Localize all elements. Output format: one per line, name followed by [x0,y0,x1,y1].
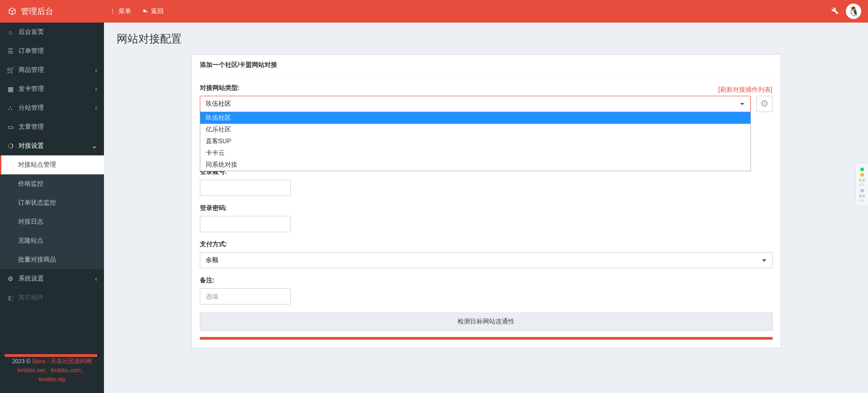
sidebar-sub-order-status[interactable]: 订单状态监控 [0,193,104,212]
sidebar-sub-label: 克隆站点 [18,237,43,245]
status-dot-green [860,168,864,171]
sidebar-scrollbar[interactable] [5,354,99,357]
sidebar-item-label: 后台首页 [19,28,44,36]
sidebar-item-label: 分站管理 [19,104,44,112]
wrench-icon[interactable] [831,7,839,16]
refresh-plugins-link[interactable]: [刷新对接插件列表] [718,86,773,94]
footer-link-2[interactable]: timibbs.net、timibbs.com、 [17,367,86,374]
card-header: 添加一个社区/卡盟网站对接 [192,55,781,76]
sidebar-item-label: 商品管理 [19,66,44,74]
cart-icon: 🛒 [7,66,14,74]
sidebar-item-label: 对接设置 [19,142,44,150]
sidebar-submenu: 对接站点管理 价格监控 订单状态监控 对接日志 克隆站点 批 [0,155,104,269]
svg-point-1 [764,102,764,102]
sidebar-sub-price-monitor[interactable]: 价格监控 [0,174,104,193]
account-input[interactable] [200,180,291,196]
sidebar-item-cards[interactable]: ▦ 发卡管理 ‹ [0,80,104,98]
field-account: 登录账号: [200,168,773,196]
remark-label: 备注: [200,276,773,285]
sidebar-item-other[interactable]: ◧ 其它组件 [0,288,104,307]
list-icon: ☰ [7,47,14,55]
grid-icon: ▦ [7,85,14,93]
cube-icon [8,7,16,15]
sidebar-item-branches[interactable]: ⛬ 分站管理 ‹ [0,98,104,117]
footer-year: 2023 © [12,358,32,365]
sidebar-item-home[interactable]: ⌂ 后台首页 [0,23,104,42]
home-icon: ⌂ [7,28,14,36]
sidebar-sub-clone-site[interactable]: 克隆站点 [0,231,104,250]
chevron-left-icon: ‹ [95,85,97,93]
sidebar-footer: 2023 © Skins - 天美社区源码网 timibbs.net、timib… [0,352,104,393]
sidebar-item-products[interactable]: 🛒 商品管理 ‹ [0,61,104,80]
back-label: 返回 [151,7,164,15]
chevron-left-icon: ‹ [95,66,97,74]
chevron-left-icon: ‹ [95,104,97,112]
topbar-right: 🐧 [831,4,868,19]
sidebar-sub-label: 对接日志 [18,218,43,226]
sidebar-sub-integration-log[interactable]: 对接日志 [0,212,104,231]
menu-toggle[interactable]: ⋮ 菜单 [109,7,131,15]
svg-rect-2 [764,103,764,105]
field-password: 登录密码: [200,204,773,232]
dropdown-option[interactable]: 同系统对接 [200,159,750,171]
sidebar-item-label: 其它组件 [19,294,44,302]
info-icon [761,100,768,108]
dropdown-option[interactable]: 卡卡云 [200,147,750,159]
sidebar-sub-label: 订单状态监控 [18,199,56,207]
test-connection-button[interactable]: 检测目标网站连通性 [200,313,773,331]
penguin-icon: 🐧 [848,6,859,17]
site-type-info-button[interactable] [756,96,773,112]
dropdown-option[interactable]: 玖伍社区 [200,112,750,124]
sidebar-sub-site-manage[interactable]: 对接站点管理 [0,155,104,174]
topbar: 管理后台 ⋮ 菜单 返回 🐧 [0,0,868,23]
upload-unit: K/s [856,183,868,187]
reply-icon [142,8,148,15]
site-type-dropdown: 玖伍社区 亿乐社区 直客SUP 卡卡云 同系统对接 [200,112,751,171]
password-label: 登录密码: [200,204,773,212]
dropdown-option[interactable]: 直客SUP [200,136,750,147]
avatar[interactable]: 🐧 [846,4,861,19]
network-monitor-widget[interactable]: 0.2K/s 0.0K/s [855,163,868,206]
page-title: 网站对接配置 [113,32,859,46]
status-dot-yellow [860,173,864,177]
sidebar-item-integration[interactable]: ❍ 对接设置 ⌄ [0,136,104,155]
sidebar-item-label: 发卡管理 [19,85,44,93]
brand-title: 管理后台 [21,6,53,17]
sidebar-item-system[interactable]: ⚙ 系统设置 ‹ [0,269,104,288]
field-site-type: 对接网站类型: [刷新对接插件列表] 玖伍社区 [200,84,773,112]
sidebar-item-articles[interactable]: ▭ 文章管理 [0,117,104,136]
download-unit: K/s [856,199,868,203]
menu-label: 菜单 [118,7,131,15]
book-icon: ▭ [7,123,14,131]
scrollbar-thumb[interactable] [5,354,98,357]
sidebar-sub-label: 对接站点管理 [18,161,56,169]
topbar-menu: ⋮ 菜单 返回 [109,7,164,15]
field-remark: 备注: [200,276,773,304]
site-type-select[interactable]: 玖伍社区 [200,96,751,112]
sidebar-item-orders[interactable]: ☰ 订单管理 [0,42,104,61]
sidebar-item-label: 系统设置 [19,275,44,283]
chevron-down-icon: ⌄ [92,142,97,150]
footer-link[interactable]: Skins - 天美社区源码网 [32,358,92,365]
status-dot-grey [860,189,864,192]
sitemap-icon: ⛬ [7,104,14,112]
dropdown-option[interactable]: 亿乐社区 [200,124,750,136]
form-card: 添加一个社区/卡盟网站对接 对接网站类型: [刷新对接插件列表] 玖伍社区 [191,54,781,348]
chevron-left-icon: ‹ [95,275,97,282]
back-button[interactable]: 返回 [142,7,164,15]
main-content: 网站对接配置 添加一个社区/卡盟网站对接 对接网站类型: [刷新对接插件列表] … [104,23,868,393]
sidebar-sub-label: 价格监控 [18,180,43,188]
plugin-icon: ◧ [7,294,14,301]
remark-input[interactable] [200,288,291,304]
menu-dots-icon: ⋮ [109,8,116,15]
progress-bar [200,337,773,340]
password-input[interactable] [200,216,291,232]
brand[interactable]: 管理后台 [0,6,104,17]
payment-label: 支付方式: [200,240,773,248]
sidebar-sub-label: 批量对接商品 [18,256,56,264]
sidebar-sub-batch-products[interactable]: 批量对接商品 [0,250,104,269]
payment-select[interactable]: 余额 [200,252,773,268]
sidebar-item-label: 文章管理 [19,123,44,131]
sidebar: ⌂ 后台首页 ☰ 订单管理 🛒 商品管理 ‹ ▦ 发卡管理 ‹ [0,23,104,393]
footer-link-3[interactable]: timibbs.vip [38,376,65,383]
